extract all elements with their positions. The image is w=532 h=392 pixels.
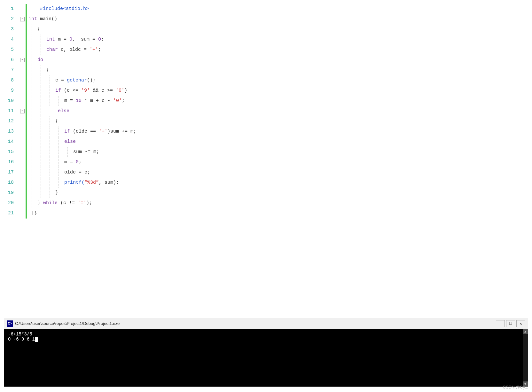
collapse-button[interactable]: − (20, 109, 25, 113)
code-content: if (c <= '9' && c >= '0') (54, 86, 532, 96)
line-number: 9 (0, 86, 18, 96)
code-content: char c, oldc = '+'; (45, 45, 532, 55)
code-line: 19} (0, 188, 532, 198)
gutter-area (18, 116, 27, 127)
indent-guide (36, 188, 45, 198)
gutter-area (18, 24, 27, 35)
indent-guide (27, 55, 36, 65)
collapse-button[interactable]: − (20, 58, 25, 62)
terminal-cursor (35, 337, 38, 342)
code-line: 7{ (0, 65, 532, 75)
gutter-area (18, 75, 27, 86)
indent-guide (27, 147, 36, 157)
code-line: 12{ (0, 116, 532, 127)
line-number: 17 (0, 167, 18, 178)
terminal-title-text: C:\Users\user\source\repos\Project1\Debu… (15, 321, 120, 326)
code-content: m = 10 * m + c - '0'; (63, 96, 532, 106)
indent-guide (45, 137, 54, 147)
gutter-area (18, 35, 27, 45)
indent-guide (27, 35, 36, 45)
line-number: 1 (0, 4, 18, 14)
code-line: 18printf(“%3d”, sum); (0, 178, 532, 188)
gutter-area (18, 208, 27, 219)
code-line: 4int m = 0, sum = 0; (0, 35, 532, 45)
indent-guide (36, 75, 45, 86)
indent-guide (45, 75, 54, 86)
code-line: 2−int main() (0, 14, 532, 24)
gutter-area: − (18, 55, 27, 65)
line-number: 10 (0, 96, 18, 106)
line-number: 11 (0, 106, 18, 116)
green-bar (26, 208, 27, 219)
line-number: 16 (0, 157, 18, 167)
scrollbar-up-btn[interactable]: ▲ (523, 329, 528, 334)
gutter-area (18, 147, 27, 157)
code-content: do (36, 55, 532, 65)
indent-guide (36, 106, 45, 116)
collapse-button[interactable]: − (20, 17, 25, 21)
indent-guide (45, 86, 54, 96)
code-content: { (54, 116, 532, 127)
terminal-controls: − □ ✕ (496, 320, 525, 327)
code-line: 20} while (c != '='); (0, 198, 532, 208)
code-editor: 1 #include<stdio.h>2−int main()3{4int m … (0, 3, 532, 313)
indent-guide (36, 45, 45, 55)
code-line: 8c = getchar(); (0, 75, 532, 86)
main-container: 1 #include<stdio.h>2−int main()3{4int m … (0, 0, 532, 392)
line-number: 15 (0, 147, 18, 157)
indent-guide (36, 35, 45, 45)
line-number: 7 (0, 65, 18, 75)
gutter-area (18, 45, 27, 55)
indent-guide (54, 137, 63, 147)
code-line: 10m = 10 * m + c - '0'; (0, 96, 532, 106)
indent-guide (45, 147, 54, 157)
code-content: printf(“%3d”, sum); (63, 178, 532, 188)
indent-guide (54, 157, 63, 167)
indent-guide (54, 147, 63, 157)
gutter-area (18, 65, 27, 75)
gutter-area (18, 4, 27, 14)
code-line: 6−do (0, 55, 532, 65)
line-number: 12 (0, 116, 18, 127)
terminal-close-btn[interactable]: ✕ (516, 320, 525, 327)
indent-guide (36, 167, 45, 178)
code-content: m = 0; (63, 157, 532, 167)
gutter-area: − (18, 14, 27, 24)
indent-guide (36, 116, 45, 127)
green-bar (26, 4, 27, 14)
code-content: sum -= m; (72, 147, 532, 157)
gutter-area (18, 96, 27, 106)
gutter-area: − (18, 106, 27, 116)
code-line: 3{ (0, 24, 532, 35)
terminal-minimize-btn[interactable]: − (496, 320, 505, 327)
code-content: #include<stdio.h> (27, 4, 532, 14)
code-line: 17oldc = c; (0, 167, 532, 178)
line-number: 4 (0, 35, 18, 45)
indent-guide (27, 116, 36, 127)
terminal-scrollbar[interactable]: ▲ ▼ (523, 329, 528, 387)
gutter-area (18, 127, 27, 137)
indent-guide (27, 127, 36, 137)
indent-guide (27, 65, 36, 75)
code-content: { (36, 24, 532, 35)
indent-guide (27, 96, 36, 106)
indent-guide (27, 167, 36, 178)
terminal-restore-btn[interactable]: □ (506, 320, 515, 327)
terminal-icon: C> (7, 320, 13, 327)
gutter-area (18, 137, 27, 147)
indent-guide (36, 96, 45, 106)
gutter-area (18, 167, 27, 178)
line-number: 8 (0, 75, 18, 86)
line-number: 18 (0, 178, 18, 188)
indent-guide (36, 137, 45, 147)
indent-guide (45, 178, 54, 188)
line-number: 3 (0, 24, 18, 35)
terminal-titlebar: C> C:\Users\user\source\repos\Project1\D… (4, 318, 528, 329)
indent-guide (45, 127, 54, 137)
code-content: } (54, 188, 532, 198)
indent-guide (27, 45, 36, 55)
indent-guide (27, 198, 36, 208)
code-content: oldc = c; (63, 167, 532, 178)
terminal-content: -6+15*3/5 0 -6 9 6 1 ▲ ▼ (4, 329, 528, 387)
code-content: if (oldc == '+')sum += m; (63, 127, 532, 137)
